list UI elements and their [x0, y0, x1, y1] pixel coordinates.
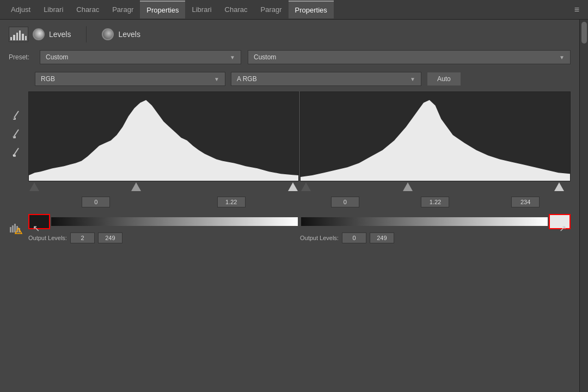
black-slider-1[interactable]: [29, 182, 39, 191]
gamma-slider-1[interactable]: [131, 182, 141, 191]
bar4: [19, 30, 21, 40]
eyedropper-white-tool[interactable]: [9, 145, 24, 160]
preset-dropdown-1[interactable]: Custom ▼: [40, 50, 241, 64]
output-black-input-2[interactable]: [342, 232, 366, 243]
channel-dropdown-1[interactable]: RGB ▼: [35, 72, 225, 86]
output-white-input-2[interactable]: [370, 232, 394, 243]
bar3: [16, 33, 18, 40]
tools-column: !: [9, 91, 28, 243]
svg-rect-11: [14, 224, 16, 232]
menu-icon[interactable]: ≡: [570, 1, 584, 19]
panel2-header: Levels: [102, 28, 140, 40]
preset-value-1: Custom: [46, 53, 68, 61]
auto-button[interactable]: Auto: [427, 72, 461, 86]
output-black-swatch[interactable]: ↖: [28, 214, 50, 229]
slider-row-1: [28, 182, 299, 194]
white-slider-2[interactable]: [554, 182, 564, 191]
svg-line-0: [14, 111, 19, 118]
tab-properties2[interactable]: Properties: [289, 1, 334, 19]
dropdown-arrow-2: ▼: [559, 54, 565, 60]
output-gradient-bar-2: [301, 217, 548, 226]
white-slider-1[interactable]: [288, 182, 298, 191]
preset-value-2: Custom: [254, 53, 276, 61]
mid-value-2[interactable]: [421, 197, 449, 207]
black-value-2[interactable]: [331, 197, 359, 207]
histogram-canvas-2: [300, 91, 571, 181]
white-value-2[interactable]: [511, 197, 540, 207]
channel-value-2: A RGB: [237, 75, 257, 83]
output-white-input-1[interactable]: [98, 232, 122, 243]
output-white-swatch[interactable]: ↗: [549, 214, 571, 229]
tab-charac1[interactable]: Charac: [70, 1, 106, 18]
panel-header-row: Levels Levels: [9, 26, 571, 42]
tab-paragr1[interactable]: Paragr: [106, 1, 140, 18]
channel-arrow-2: ▼: [410, 76, 415, 82]
tab-charac2[interactable]: Charac: [218, 1, 254, 18]
preset-label: Preset:: [9, 53, 33, 61]
output-levels-row-1: Output Levels:: [28, 232, 299, 243]
svg-line-6: [14, 148, 19, 155]
panel1-title: Levels: [49, 30, 71, 39]
warning-icon[interactable]: !: [9, 221, 24, 236]
channel-dropdown-2[interactable]: A RGB ▼: [231, 72, 421, 86]
black-slider-2[interactable]: [301, 182, 311, 191]
main-area: Levels Levels Preset: Custom ▼ Custom ▼: [0, 20, 588, 392]
svg-rect-9: [10, 227, 11, 232]
svg-rect-10: [12, 225, 14, 232]
output-gradient-bar-1: [51, 217, 298, 226]
tab-librari1[interactable]: Librari: [37, 1, 70, 18]
channel-row: RGB ▼ A RGB ▼ Auto: [9, 72, 571, 86]
scrollbar-thumb[interactable]: [581, 22, 587, 44]
header-divider: [86, 26, 87, 42]
tab-librari2[interactable]: Librari: [185, 1, 218, 18]
svg-point-2: [13, 118, 15, 119]
mid-value-1[interactable]: [217, 197, 246, 207]
eyedropper-black-tool[interactable]: [9, 108, 24, 123]
tab-properties1[interactable]: Properties: [140, 1, 185, 19]
black-value-1[interactable]: [82, 197, 110, 207]
svg-point-5: [13, 136, 15, 138]
channel-arrow-1: ▼: [214, 76, 219, 82]
output-label-2: Output Levels:: [300, 235, 339, 241]
bar5: [22, 34, 23, 40]
values-row-1: [28, 197, 299, 207]
svg-point-8: [13, 155, 15, 156]
output-label-1: Output Levels:: [28, 235, 67, 241]
scrollbar[interactable]: [579, 20, 588, 392]
svg-line-3: [14, 130, 19, 136]
slider-row-2: [300, 182, 571, 194]
values-row-2: [300, 197, 571, 207]
bar1: [10, 37, 12, 40]
preset-dropdown-2[interactable]: Custom ▼: [248, 50, 571, 64]
dropdown-arrow-1: ▼: [230, 54, 235, 60]
tab-paragr2[interactable]: Paragr: [254, 1, 289, 18]
panel1-header: Levels: [9, 27, 71, 42]
tab-bar: Adjust Librari Charac Paragr Properties …: [0, 0, 588, 20]
properties-panel: Levels Levels Preset: Custom ▼ Custom ▼: [0, 20, 579, 392]
panel2-title: Levels: [118, 30, 140, 39]
tab-adjust[interactable]: Adjust: [4, 1, 37, 18]
eyedropper-gray-tool[interactable]: [9, 126, 24, 142]
output-levels-row-2: Output Levels:: [300, 232, 571, 243]
output-black-input-1[interactable]: [70, 232, 95, 243]
histogram-icon-1: [9, 27, 28, 42]
circle-icon-1: [33, 28, 45, 40]
output-section-2: ↗ Output Levels:: [300, 212, 571, 243]
preset-row: Preset: Custom ▼ Custom ▼: [9, 50, 571, 64]
svg-text:!: !: [19, 230, 20, 234]
bar2: [13, 35, 15, 40]
circle-icon-2: [102, 28, 114, 40]
bar6: [25, 36, 27, 40]
gamma-slider-2[interactable]: [403, 182, 413, 191]
output-section-1: ↖ Output Levels:: [28, 212, 299, 243]
histogram-canvas-1: [28, 91, 299, 181]
channel-value-1: RGB: [41, 75, 55, 83]
